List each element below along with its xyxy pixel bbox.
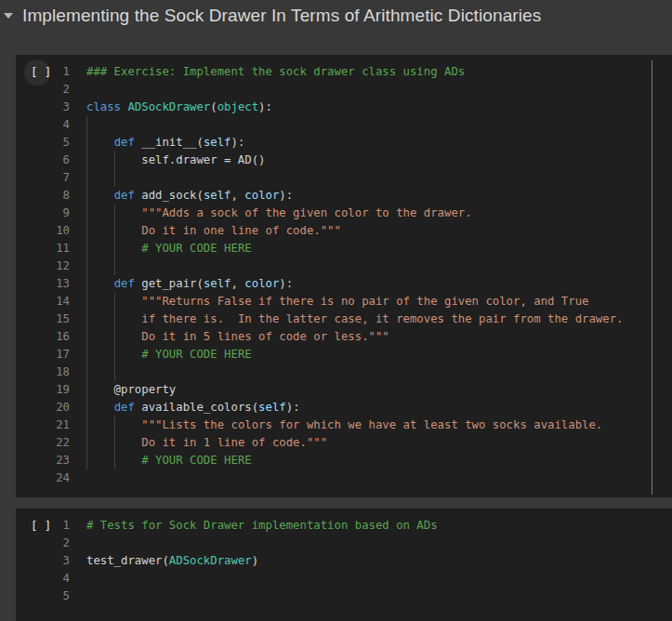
line-number: 8 (16, 187, 70, 205)
token-param: self (258, 401, 286, 414)
indent-guide (114, 169, 115, 187)
run-cell-button[interactable]: [ ] (22, 517, 59, 535)
code-text (86, 535, 672, 552)
line-number: 2 (16, 535, 70, 552)
code-line: 4 (16, 116, 672, 134)
code-text: def add_sock(self, color): (86, 187, 672, 205)
token-string: """Returns False if there is no pair of … (141, 295, 588, 308)
token-comment: # YOUR CODE HERE (141, 348, 251, 361)
indent-guide (114, 222, 115, 240)
code-line: 17 # YOUR CODE HERE (16, 346, 672, 363)
code-text: @property (86, 381, 672, 399)
section-title: Implementing the Sock Drawer In Terms of… (22, 6, 541, 26)
token-string: Do it in one line of code.""" (141, 224, 341, 237)
code-text: # YOUR CODE HERE (86, 240, 672, 258)
code-text: def available_colors(self): (86, 399, 672, 416)
indent-guide (86, 363, 87, 381)
token-string: Do it in 1 line of code.""" (141, 436, 327, 449)
token-plain (86, 401, 114, 414)
code-line: 24 (16, 469, 672, 487)
code-text (86, 116, 672, 134)
token-plain: ): (279, 277, 293, 290)
code-line: 5 (16, 588, 672, 605)
line-number: 15 (16, 310, 70, 328)
token-plain: test_drawer( (86, 554, 169, 567)
editor-scrollbar[interactable] (652, 60, 652, 495)
code-cell-1: [ ]1### Exercise: Implement the sock dra… (16, 55, 672, 497)
indent-guide (114, 346, 115, 363)
collapse-section-icon[interactable] (4, 13, 13, 19)
indent-guide (86, 293, 87, 310)
code-text: def __init__(self): (86, 134, 672, 152)
token-plain: ): (258, 100, 272, 113)
code-line: 12 (16, 258, 672, 275)
token-plain: ( (210, 100, 217, 113)
token-keyword: def (114, 401, 135, 414)
code-line: 21 """Lists the colors for which we have… (16, 416, 672, 434)
token-plain: add_sock( (135, 189, 204, 202)
indent-guide (86, 205, 87, 222)
indent-guide (86, 399, 87, 416)
token-string: Do it in 5 lines of code or less.""" (141, 330, 389, 343)
indent-guide (114, 434, 115, 452)
code-editor[interactable]: 1# Tests for Sock Drawer implementation … (16, 517, 672, 605)
run-cell-button[interactable]: [ ] (22, 63, 59, 81)
code-line: 18 (16, 363, 672, 381)
line-number: 16 (16, 328, 70, 346)
indent-guide (86, 275, 87, 293)
indent-guide (86, 346, 87, 363)
code-line: 7 (16, 169, 672, 187)
code-text (86, 469, 672, 487)
token-plain (86, 136, 114, 149)
token-plain: , (231, 277, 245, 290)
code-line: 1### Exercise: Implement the sock drawer… (16, 63, 672, 81)
code-line: 10 Do it in one line of code.""" (16, 222, 672, 240)
token-plain (86, 277, 114, 290)
indent-guide (86, 187, 87, 205)
code-text: Do it in one line of code.""" (86, 222, 672, 240)
code-text (86, 258, 672, 275)
code-text: self.drawer = AD() (86, 152, 672, 169)
line-number: 12 (16, 258, 70, 275)
line-number: 3 (16, 99, 70, 116)
code-line: 2 (16, 535, 672, 552)
indent-guide (114, 452, 115, 469)
indent-guide (114, 293, 115, 310)
token-plain: __init__( (135, 136, 204, 149)
indent-guide (114, 328, 115, 346)
token-plain: ) (252, 554, 258, 567)
line-number: 19 (16, 381, 70, 399)
indent-guide (86, 452, 87, 469)
code-line: 8 def add_sock(self, color): (16, 187, 672, 205)
token-comment: ### Exercise: Implement the sock drawer … (86, 65, 465, 78)
code-line: 9 """Adds a sock of the given color to t… (16, 205, 672, 222)
token-plain: @property (86, 383, 176, 396)
token-comment: # Tests for Sock Drawer implementation b… (86, 519, 438, 532)
code-line: 23 # YOUR CODE HERE (16, 452, 672, 469)
indent-guide (86, 434, 87, 452)
line-number: 5 (16, 134, 70, 152)
code-text: # YOUR CODE HERE (86, 346, 672, 363)
code-editor[interactable]: 1### Exercise: Implement the sock drawer… (16, 63, 672, 487)
line-number: 7 (16, 169, 70, 187)
code-line: 16 Do it in 5 lines of code or less.""" (16, 328, 672, 346)
indent-guide (86, 310, 87, 328)
code-line: 3class ADSockDrawer(object): (16, 99, 672, 116)
line-number: 4 (16, 570, 70, 588)
indent-guide (114, 152, 115, 169)
indent-guide (86, 169, 87, 187)
indent-guide (114, 363, 115, 381)
token-comment: # YOUR CODE HERE (141, 242, 251, 255)
code-line: 1# Tests for Sock Drawer implementation … (16, 517, 672, 535)
line-number: 6 (16, 152, 70, 169)
line-number: 3 (16, 552, 70, 570)
code-text (86, 588, 672, 605)
line-number: 21 (16, 416, 70, 434)
indent-guide (86, 152, 87, 169)
line-number: 5 (16, 588, 70, 605)
token-keyword: class (86, 100, 121, 113)
code-text: def get_pair(self, color): (86, 275, 672, 293)
line-number: 10 (16, 222, 70, 240)
code-text: """Lists the colors for which we have at… (86, 416, 672, 434)
token-param: color (244, 277, 279, 290)
